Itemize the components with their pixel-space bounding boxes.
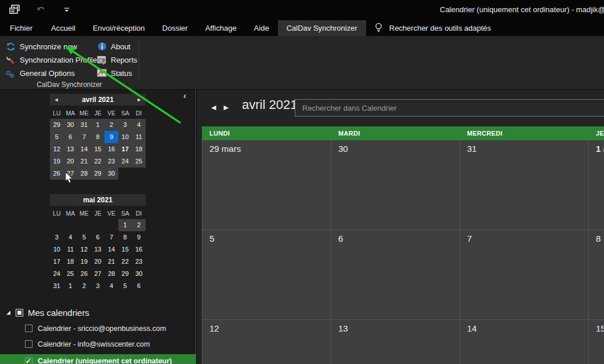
- customize-quick-access-icon[interactable]: [59, 3, 74, 17]
- general-options-button[interactable]: ⚙ ⚙ General Options: [6, 67, 75, 79]
- day-cell[interactable]: 7: [460, 230, 589, 320]
- tab-envoi-reception[interactable]: Envoi/réception: [84, 20, 154, 36]
- mini-day-cell[interactable]: 9: [132, 231, 146, 243]
- mini-day-cell[interactable]: 1: [64, 280, 78, 292]
- tell-me-search[interactable]: Rechercher des outils adaptés: [366, 20, 500, 36]
- day-cell[interactable]: 13: [331, 320, 460, 364]
- mini-day-cell[interactable]: 1: [118, 219, 132, 231]
- search-input[interactable]: [295, 99, 604, 117]
- mini-day-cell[interactable]: 23: [104, 155, 118, 168]
- mini-day-cell[interactable]: 15: [91, 143, 105, 155]
- mini-day-cell[interactable]: 12: [50, 143, 64, 155]
- group-checkbox[interactable]: [16, 309, 23, 316]
- mini-day-cell[interactable]: 24: [118, 155, 132, 168]
- mini-day-cell[interactable]: 21: [77, 155, 91, 168]
- mini-day-cell[interactable]: 3: [50, 231, 64, 243]
- day-cell[interactable]: 29 mars: [202, 140, 331, 230]
- day-cell[interactable]: 14: [460, 320, 589, 364]
- mini-day-cell[interactable]: 26: [50, 168, 64, 180]
- day-cell[interactable]: 1 a: [589, 140, 604, 230]
- mini-day-cell[interactable]: 24: [50, 268, 64, 280]
- mini-day-cell[interactable]: 19: [77, 256, 91, 268]
- mini-day-cell[interactable]: 7: [104, 231, 118, 243]
- mini-day-cell[interactable]: 5: [50, 131, 64, 143]
- mini-day-cell[interactable]: 4: [104, 280, 118, 292]
- mini-day-cell[interactable]: 25: [64, 268, 78, 280]
- mini-day-cell[interactable]: 1: [91, 119, 105, 131]
- mini-day-cell[interactable]: 14: [104, 243, 118, 256]
- calendar-checkbox[interactable]: [25, 340, 32, 348]
- status-button[interactable]: Status: [97, 67, 132, 79]
- calendar-checkbox[interactable]: [25, 325, 32, 332]
- mini-day-cell[interactable]: 29: [118, 268, 132, 280]
- calendar-checkbox[interactable]: [25, 358, 32, 364]
- mini-day-cell[interactable]: 31: [50, 280, 64, 292]
- mini-day-cell[interactable]: 9: [104, 131, 118, 143]
- mini-day-cell[interactable]: 28: [77, 168, 91, 180]
- mini-day-cell[interactable]: 28: [104, 268, 118, 280]
- mini-day-cell[interactable]: 27: [64, 168, 78, 180]
- mini-day-cell[interactable]: 11: [64, 243, 78, 256]
- mini-day-cell[interactable]: 23: [132, 256, 146, 268]
- day-cell[interactable]: 30: [331, 140, 460, 230]
- synchronize-now-button[interactable]: Synchronize now: [6, 41, 77, 52]
- mini-day-cell[interactable]: 18: [64, 256, 78, 268]
- mini-day-cell[interactable]: 4: [132, 119, 146, 131]
- day-cell[interactable]: 15: [589, 320, 604, 364]
- mini-day-cell[interactable]: 18: [132, 143, 146, 155]
- mini-day-cell[interactable]: 15: [118, 243, 132, 256]
- mini-day-cell[interactable]: 29: [50, 119, 64, 131]
- day-cell[interactable]: 31: [460, 140, 589, 230]
- calendar-item-local[interactable]: Calendrier (uniquement cet ordinateur): [0, 354, 196, 364]
- mini-day-cell[interactable]: 2: [104, 119, 118, 131]
- mini-day-cell[interactable]: 19: [50, 155, 64, 168]
- send-receive-icon[interactable]: [8, 3, 23, 17]
- mini-day-cell[interactable]: 16: [132, 243, 146, 256]
- day-cell[interactable]: 12: [202, 320, 331, 364]
- mini-day-cell[interactable]: 20: [91, 256, 105, 268]
- mini-day-cell[interactable]: 8: [91, 131, 105, 143]
- mini-day-cell[interactable]: 2: [132, 219, 146, 231]
- mini-day-cell[interactable]: 3: [91, 280, 105, 292]
- mini-day-cell[interactable]: 6: [91, 231, 105, 243]
- mini-day-cell[interactable]: 20: [64, 155, 78, 168]
- mini-day-cell[interactable]: 29: [91, 168, 105, 180]
- reports-button[interactable]: Reports: [97, 54, 138, 65]
- mini-day-cell[interactable]: 6: [132, 280, 146, 292]
- tab-affichage[interactable]: Affichage: [197, 20, 245, 36]
- day-cell[interactable]: 5: [202, 230, 331, 320]
- mini-day-cell[interactable]: 22: [91, 155, 105, 168]
- collapse-pane-icon[interactable]: ‹: [183, 92, 186, 100]
- mini-day-cell[interactable]: 8: [118, 231, 132, 243]
- mini-day-cell[interactable]: 31: [77, 119, 91, 131]
- next-period-icon[interactable]: ▶: [223, 104, 228, 111]
- undo-icon[interactable]: [34, 3, 49, 17]
- next-month-icon[interactable]: ►: [136, 97, 142, 103]
- about-button[interactable]: About: [97, 41, 131, 52]
- mini-day-cell[interactable]: 12: [77, 243, 91, 256]
- calendar-group-header[interactable]: Mes calendriers: [0, 306, 196, 319]
- mini-day-cell[interactable]: 27: [91, 268, 105, 280]
- day-cell[interactable]: 6: [331, 230, 460, 320]
- tab-accueil[interactable]: Accueil: [42, 20, 84, 36]
- prev-month-icon[interactable]: ◄: [53, 97, 59, 103]
- calendar-item-swisscenter[interactable]: Calendrier - info@swisscenter.com: [0, 338, 196, 350]
- mini-day-cell[interactable]: 30: [104, 168, 118, 180]
- mini-day-cell[interactable]: 30: [64, 119, 78, 131]
- mini-day-cell[interactable]: 17: [118, 143, 132, 155]
- tab-dossier[interactable]: Dossier: [154, 20, 197, 36]
- mini-day-cell[interactable]: 30: [132, 268, 146, 280]
- mini-day-cell[interactable]: 11: [132, 131, 146, 143]
- mini-day-cell[interactable]: 25: [132, 155, 146, 168]
- mini-day-cell[interactable]: 13: [91, 243, 105, 256]
- mini-day-cell[interactable]: 4: [64, 231, 78, 243]
- mini-day-cell[interactable]: 5: [118, 280, 132, 292]
- mini-day-cell[interactable]: 22: [118, 256, 132, 268]
- tab-aide[interactable]: Aide: [245, 20, 278, 36]
- mini-day-cell[interactable]: 7: [77, 131, 91, 143]
- calendar-item-sriccio[interactable]: Calendrier - sriccio@openbusiness.com: [0, 322, 196, 334]
- day-cell[interactable]: 8: [589, 230, 604, 320]
- tab-caldav-synchronizer[interactable]: CalDav Synchronizer: [278, 20, 366, 36]
- mini-day-cell[interactable]: 21: [104, 256, 118, 268]
- mini-day-cell[interactable]: 13: [64, 143, 78, 155]
